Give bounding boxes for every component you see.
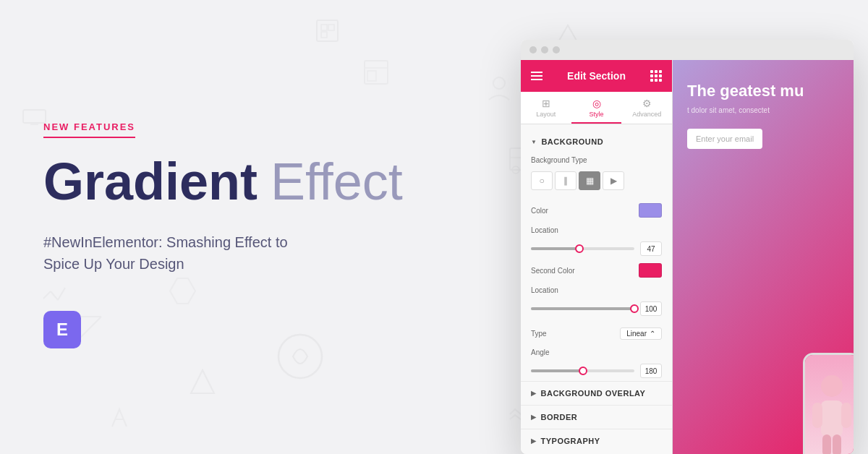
angle-label: Angle (531, 348, 550, 356)
grid-dot (655, 74, 658, 77)
hero-subtitle-text: #NewInElementor: Smashing Effect toSpice… (43, 234, 288, 272)
browser-titlebar (521, 40, 854, 60)
preview-email-input: Enter your email (687, 129, 762, 149)
elementor-logo: E (43, 311, 81, 348)
svg-rect-33 (812, 403, 822, 428)
grid-dot (650, 79, 653, 82)
hamburger-icon[interactable] (531, 72, 542, 80)
hero-subtitle: #NewInElementor: Smashing Effect toSpice… (43, 231, 347, 275)
phone-person-illustration (807, 368, 854, 455)
grid-dot (659, 79, 662, 82)
grid-dot (655, 70, 658, 73)
typography-section[interactable]: ▶ Typography (521, 429, 672, 453)
preview-area: The geatest mu t dolor sit amet, consect… (673, 60, 854, 454)
browser-dot-green (553, 46, 560, 53)
color-swatch[interactable] (639, 203, 662, 218)
location2-slider-value[interactable]: 100 (640, 301, 662, 316)
hero-title: Gradient Effect (43, 155, 477, 210)
typography-arrow-icon: ▶ (531, 437, 537, 445)
location2-slider-thumb[interactable] (630, 304, 639, 313)
preview-content: The geatest mu t dolor sit amet, consect… (673, 60, 854, 171)
elementor-logo-letter: E (56, 320, 68, 340)
location2-slider-container: 100 (521, 299, 672, 319)
location2-label: Location (531, 286, 558, 294)
svg-point-31 (821, 375, 843, 397)
bg-type-group: ○ ∥ ▦ ▶ (521, 168, 672, 193)
svg-rect-32 (821, 401, 843, 437)
hamburger-line-1 (531, 72, 542, 73)
layout-icon: ⊞ (542, 98, 550, 109)
bg-type-field-row: Background Type (521, 152, 672, 168)
typography-label: Typography (541, 437, 600, 445)
tab-layout[interactable]: ⊞ Layout (521, 92, 571, 124)
angle-slider-track[interactable] (531, 369, 634, 372)
preview-phone-mockup (803, 353, 854, 454)
location-slider-value[interactable]: 47 (640, 241, 662, 256)
grid-icon-button[interactable] (650, 70, 662, 82)
browser-dot-red (529, 46, 537, 53)
type-field-row: Type Linear ⌃ (521, 323, 672, 344)
background-section-header[interactable]: ▼ Background (521, 132, 672, 152)
panel-tabs: ⊞ Layout ◎ Style ⚙ Advanced (521, 92, 672, 124)
panel-content: ▼ Background Background Type ○ ∥ ▦ ▶ (521, 124, 672, 454)
border-section[interactable]: ▶ Border (521, 405, 672, 429)
background-section-label: Background (541, 137, 603, 146)
phone-screen (805, 355, 854, 454)
grid-dot (655, 79, 658, 82)
tab-layout-label: Layout (536, 111, 556, 118)
bg-type-video[interactable]: ▶ (603, 171, 624, 190)
color-label: Color (531, 207, 548, 215)
preview-subtitle: t dolor sit amet, consectet (687, 106, 839, 114)
grid-dot (659, 70, 662, 73)
location-slider-fill (531, 247, 579, 250)
angle-slider-container: 180 (521, 361, 672, 381)
svg-rect-34 (841, 403, 851, 428)
bg-overlay-arrow-icon: ▶ (531, 390, 537, 397)
location2-slider-track[interactable] (531, 307, 634, 310)
advanced-icon: ⚙ (642, 98, 652, 109)
grid-dot (650, 70, 653, 73)
bg-type-label: Background Type (531, 156, 587, 164)
type-chevron-icon: ⌃ (650, 330, 655, 338)
second-color-field-row: Second Color (521, 259, 672, 282)
angle-slider-fill (531, 369, 583, 372)
second-color-swatch[interactable] (639, 263, 662, 278)
tab-advanced[interactable]: ⚙ Advanced (621, 92, 672, 124)
tab-style[interactable]: ◎ Style (571, 92, 622, 124)
location2-field-row: Location (521, 282, 672, 299)
angle-field-row: Angle (521, 344, 672, 361)
location-slider-track[interactable] (531, 247, 634, 250)
panel-title: Edit Section (567, 70, 626, 82)
elementor-panel: Edit Section (521, 60, 673, 454)
bg-type-gradient[interactable]: ▦ (579, 171, 600, 190)
color-field-row: Color (521, 199, 672, 222)
tab-advanced-label: Advanced (632, 111, 661, 118)
tab-style-label: Style (590, 111, 604, 118)
angle-slider-value[interactable]: 180 (640, 364, 662, 378)
background-overlay-section[interactable]: ▶ Background Overlay (521, 381, 672, 405)
angle-slider-thumb[interactable] (579, 367, 587, 375)
location-slider-container: 47 (521, 239, 672, 259)
main-container: NEW FEATURES Gradient Effect #NewInEleme… (0, 0, 868, 454)
location-field-row: Location (521, 222, 672, 239)
bg-overlay-label: Background Overlay (541, 389, 646, 398)
browser-window: Edit Section (521, 40, 854, 454)
bg-type-none[interactable]: ○ (531, 171, 553, 190)
new-features-badge: NEW FEATURES (43, 120, 477, 133)
type-select[interactable]: Linear ⌃ (620, 327, 662, 340)
svg-rect-35 (822, 434, 831, 455)
preview-title: The geatest mu (687, 82, 839, 100)
bg-type-color[interactable]: ∥ (555, 171, 576, 190)
panel-header: Edit Section (521, 60, 672, 92)
border-label: Border (541, 413, 578, 421)
left-content-area: NEW FEATURES Gradient Effect #NewInEleme… (0, 0, 521, 454)
grid-dot (659, 74, 662, 77)
panel-container: Edit Section (521, 60, 854, 454)
hero-title-bold: Gradient (43, 155, 258, 210)
browser-dot-yellow (541, 46, 548, 53)
location-slider-thumb[interactable] (575, 244, 584, 253)
type-value: Linear (626, 330, 647, 338)
hamburger-line-2 (531, 75, 542, 77)
grid-dot (650, 74, 653, 77)
border-arrow-icon: ▶ (531, 414, 537, 421)
